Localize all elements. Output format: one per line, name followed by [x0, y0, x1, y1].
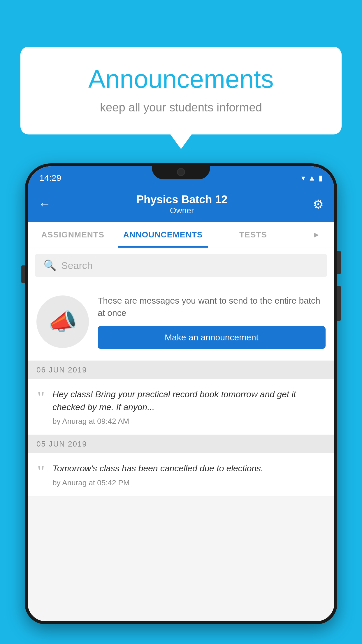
phone-notch	[152, 163, 210, 179]
battery-icon: ▮	[319, 174, 323, 183]
hero-subtitle: keep all your students informed	[44, 101, 318, 114]
wifi-icon: ▾	[301, 174, 305, 183]
tabs-bar: ASSIGNMENTS ANNOUNCEMENTS TESTS ▸	[28, 222, 334, 248]
promo-card: 📣 These are messages you want to send to…	[28, 283, 334, 361]
power-button	[337, 251, 341, 274]
announcement-meta-2: by Anurag at 05:42 PM	[52, 478, 326, 487]
back-button[interactable]: ←	[38, 197, 51, 211]
search-icon: 🔍	[43, 259, 57, 272]
batch-role: Owner	[51, 206, 313, 215]
app-bar: ← Physics Batch 12 Owner ⚙	[28, 187, 334, 222]
announcement-item-2[interactable]: " Tomorrow's class has been cancelled du…	[28, 453, 334, 496]
volume-button	[21, 265, 25, 283]
phone-outer: 14:29 ▾ ▲ ▮ ← Physics Batch 12 Owner ⚙	[25, 163, 337, 624]
promo-icon-circle: 📣	[36, 295, 89, 348]
hero-title: Announcements	[44, 64, 318, 94]
announcement-content-2: Tomorrow's class has been cancelled due …	[52, 462, 326, 487]
front-camera	[177, 168, 185, 176]
status-icons: ▾ ▲ ▮	[301, 174, 323, 183]
tab-announcements[interactable]: ANNOUNCEMENTS	[118, 222, 208, 248]
promo-description: These are messages you want to send to t…	[98, 295, 326, 319]
search-placeholder: Search	[61, 260, 93, 271]
date-separator-1: 06 JUN 2019	[28, 361, 334, 379]
status-time: 14:29	[39, 173, 61, 183]
quote-icon-2: "	[36, 463, 45, 480]
promo-right: These are messages you want to send to t…	[98, 295, 326, 349]
search-bar[interactable]: 🔍 Search	[35, 254, 327, 277]
batch-title: Physics Batch 12	[51, 193, 313, 206]
announcement-meta-1: by Anurag at 09:42 AM	[52, 417, 326, 426]
search-wrapper: 🔍 Search	[28, 248, 334, 283]
app-bar-title-group: Physics Batch 12 Owner	[51, 193, 313, 215]
announcement-item-1[interactable]: " Hey class! Bring your practical record…	[28, 379, 334, 435]
tab-tests[interactable]: TESTS	[208, 222, 298, 248]
announcement-content-1: Hey class! Bring your practical record b…	[52, 388, 326, 426]
megaphone-icon: 📣	[48, 308, 77, 335]
announcement-text-1: Hey class! Bring your practical record b…	[52, 388, 326, 413]
phone-mockup: 14:29 ▾ ▲ ▮ ← Physics Batch 12 Owner ⚙	[25, 163, 337, 644]
announcement-text-2: Tomorrow's class has been cancelled due …	[52, 462, 326, 475]
hero-section: Announcements keep all your students inf…	[20, 47, 342, 134]
settings-icon[interactable]: ⚙	[313, 197, 324, 211]
speech-bubble: Announcements keep all your students inf…	[20, 47, 342, 134]
tab-more[interactable]: ▸	[298, 222, 334, 248]
content-area: 🔍 Search 📣 These are messages you want t…	[28, 248, 334, 621]
make-announcement-button[interactable]: Make an announcement	[98, 326, 326, 349]
phone-screen: 14:29 ▾ ▲ ▮ ← Physics Batch 12 Owner ⚙	[28, 166, 334, 621]
signal-icon: ▲	[308, 174, 316, 183]
volume-rocker	[337, 286, 341, 321]
quote-icon-1: "	[36, 389, 45, 405]
date-separator-2: 05 JUN 2019	[28, 435, 334, 453]
tab-assignments[interactable]: ASSIGNMENTS	[28, 222, 118, 248]
